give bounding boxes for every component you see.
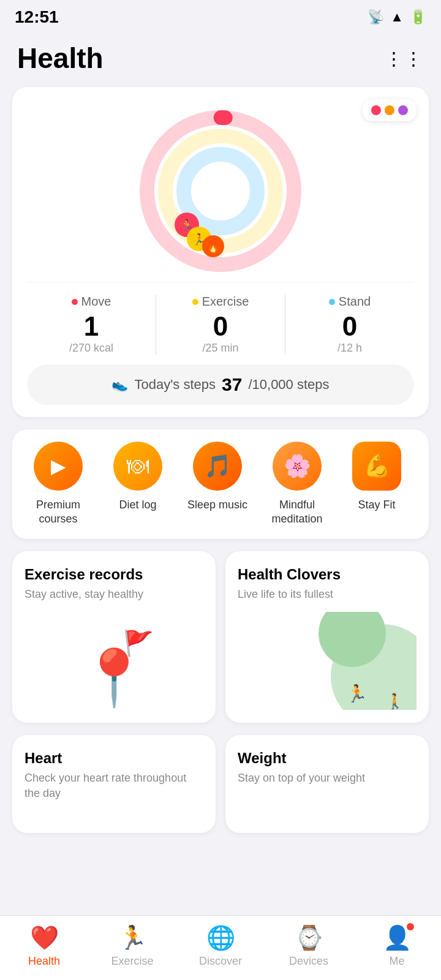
devices-nav-icon: ⌚	[295, 924, 323, 951]
mindful-meditation-label: Mindful meditation	[257, 498, 337, 527]
move-label: Move	[81, 295, 111, 309]
quick-access-card: ▶ Premium courses 🍽 Diet log 🎵 Sleep mus…	[12, 429, 429, 539]
exercise-sub: /25 min	[162, 342, 279, 355]
stand-stat: Stand 0 /12 h	[285, 295, 414, 355]
feature-grid: Exercise records Stay active, stay healt…	[12, 551, 429, 723]
sleep-music-label: Sleep music	[187, 498, 247, 512]
stand-color-dot	[329, 299, 335, 305]
health-nav-label: Health	[28, 955, 60, 968]
weight-card[interactable]: Weight Stay on top of your weight	[225, 735, 429, 833]
exercise-records-illustration: 🚩 📍	[24, 612, 203, 710]
cast-icon: 📡	[368, 9, 384, 25]
location-pin: 🚩 📍	[74, 629, 154, 710]
move-sub: /270 kcal	[33, 342, 149, 355]
exercise-records-subtitle: Stay active, stay healthy	[24, 587, 203, 602]
quick-item-mindful-meditation[interactable]: 🌸 Mindful meditation	[257, 442, 337, 527]
stand-dot	[398, 105, 408, 115]
move-color-dot	[72, 299, 78, 305]
steps-total: /10,000 steps	[248, 377, 329, 393]
clover-runner-icon: 🏃	[346, 684, 368, 704]
health-clovers-title: Health Clovers	[238, 566, 417, 583]
stay-fit-label: Stay Fit	[358, 498, 395, 512]
stand-sub: /12 h	[292, 342, 408, 355]
quick-item-sleep-music[interactable]: 🎵 Sleep music	[178, 442, 257, 527]
nav-health[interactable]: ❤️ Health	[13, 924, 75, 968]
more-button[interactable]: ⋮⋮	[385, 48, 424, 69]
move-dot	[371, 105, 381, 115]
status-bar: 12:51 📡 ▲ 🔋	[0, 0, 441, 32]
exercise-records-card[interactable]: Exercise records Stay active, stay healt…	[12, 551, 216, 723]
steps-icon: 👟	[111, 377, 128, 393]
activity-stats: Move 1 /270 kcal Exercise 0 /25 min Stan…	[27, 282, 414, 355]
nav-devices[interactable]: ⌚ Devices	[278, 924, 339, 968]
nav-discover[interactable]: 🌐 Discover	[190, 924, 251, 968]
heart-card[interactable]: Heart Check your heart rate throughout t…	[12, 735, 216, 833]
stay-fit-icon: 💪	[352, 442, 401, 491]
status-icons: 📡 ▲ 🔋	[368, 9, 426, 25]
bottom-nav: ❤️ Health 🏃 Exercise 🌐 Discover ⌚ Device…	[0, 915, 441, 980]
diet-log-icon: 🍽	[113, 442, 162, 491]
move-value: 1	[33, 311, 149, 342]
heart-title: Heart	[24, 750, 203, 767]
me-notification-badge	[407, 923, 414, 930]
health-clovers-card[interactable]: Health Clovers Live life to its fullest …	[225, 551, 429, 723]
diet-log-label: Diet log	[119, 498, 156, 512]
devices-nav-label: Devices	[289, 955, 328, 968]
ring-legend	[363, 99, 417, 121]
me-nav-label: Me	[389, 955, 404, 968]
wifi-icon: ▲	[390, 9, 404, 25]
move-stat: Move 1 /270 kcal	[27, 295, 156, 355]
exercise-nav-label: Exercise	[111, 955, 153, 968]
heart-subtitle: Check your heart rate throughout the day	[24, 771, 203, 801]
nav-me[interactable]: 👤 Me	[366, 924, 428, 968]
weight-title: Weight	[238, 750, 417, 767]
quick-item-stay-fit[interactable]: 💪 Stay Fit	[337, 442, 417, 527]
discover-nav-icon: 🌐	[206, 924, 235, 951]
health-clovers-subtitle: Live life to its fullest	[238, 587, 417, 602]
premium-courses-label: Premium courses	[18, 498, 98, 527]
sleep-music-icon: 🎵	[193, 442, 242, 491]
mindful-meditation-icon: 🌸	[273, 442, 322, 491]
steps-bar[interactable]: 👟 Today's steps 37 /10,000 steps	[27, 364, 414, 405]
bottom-feature-grid: Heart Check your heart rate throughout t…	[12, 735, 429, 833]
me-badge-wrapper: 👤	[383, 924, 412, 951]
exercise-records-title: Exercise records	[24, 566, 203, 583]
pin-icon: 📍	[80, 646, 148, 710]
quick-item-diet-log[interactable]: 🍽 Diet log	[98, 442, 178, 527]
exercise-nav-icon: 🏃	[118, 924, 147, 951]
exercise-stat: Exercise 0 /25 min	[156, 295, 285, 355]
exercise-color-dot	[192, 299, 198, 305]
health-clovers-illustration: 🏃 🚶	[238, 612, 417, 710]
status-time: 12:51	[15, 7, 59, 27]
rings-svg: 🏃 🏃 🔥	[135, 105, 306, 277]
nav-exercise[interactable]: 🏃 Exercise	[102, 924, 163, 968]
battery-icon: 🔋	[410, 9, 426, 25]
weight-subtitle: Stay on top of your weight	[238, 771, 417, 786]
quick-item-premium-courses[interactable]: ▶ Premium courses	[18, 442, 98, 527]
page-title: Health	[17, 42, 104, 75]
steps-count: 37	[222, 374, 242, 395]
clover-walk-icon: 🚶	[386, 693, 404, 710]
exercise-value: 0	[162, 311, 279, 342]
exercise-dot	[385, 105, 394, 115]
activity-rings: 🏃 🏃 🔥	[27, 99, 414, 277]
health-nav-icon: ❤️	[30, 924, 59, 951]
stand-label: Stand	[339, 295, 371, 309]
exercise-label: Exercise	[202, 295, 249, 309]
quick-access-row: ▶ Premium courses 🍽 Diet log 🎵 Sleep mus…	[18, 442, 423, 527]
premium-courses-icon: ▶	[34, 442, 83, 491]
discover-nav-label: Discover	[199, 955, 242, 968]
stand-value: 0	[292, 311, 408, 342]
steps-label: Today's steps	[134, 377, 216, 393]
app-header: Health ⋮⋮	[0, 32, 441, 87]
activity-card: 🏃 🏃 🔥 Move 1 /270 kcal Exercise 0 /25 m	[12, 87, 429, 417]
svg-text:🔥: 🔥	[207, 241, 219, 253]
